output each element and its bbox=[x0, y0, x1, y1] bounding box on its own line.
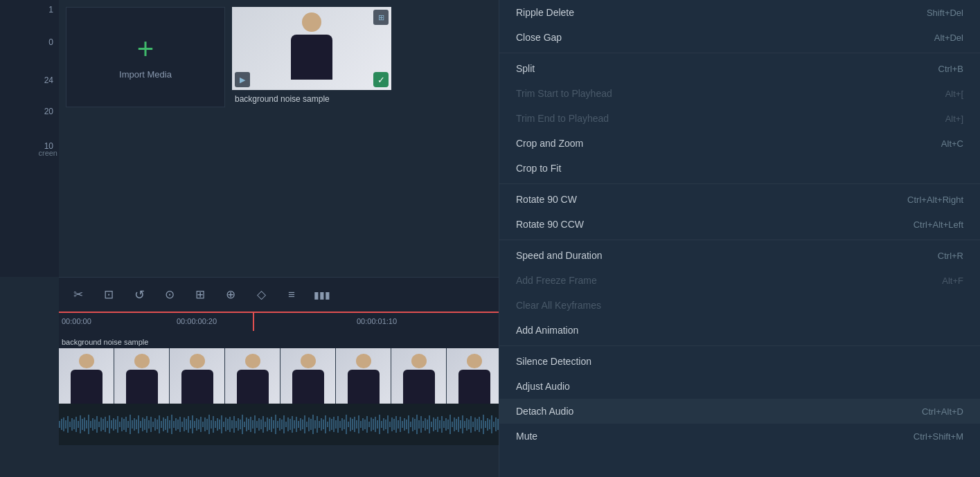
menu-item-trim-start[interactable]: Trim Start to Playhead Alt+[ bbox=[499, 81, 980, 106]
track-thumb-head-1 bbox=[79, 354, 94, 368]
svg-rect-41 bbox=[142, 417, 143, 431]
svg-rect-78 bbox=[219, 420, 220, 429]
menu-item-label: Add Animation bbox=[516, 325, 578, 336]
svg-rect-195 bbox=[462, 415, 463, 433]
svg-rect-4 bbox=[65, 420, 66, 429]
thumb-icons: ⊞ bbox=[373, 10, 389, 25]
svg-rect-58 bbox=[177, 420, 179, 429]
svg-rect-66 bbox=[194, 421, 195, 428]
track-thumb-bg-5 bbox=[280, 348, 336, 404]
screen-label: creen bbox=[38, 149, 57, 157]
crop-tool-icon[interactable]: ⊡ bbox=[99, 285, 118, 305]
svg-rect-172 bbox=[414, 419, 416, 430]
svg-rect-40 bbox=[140, 421, 141, 428]
menu-item-trim-end[interactable]: Trim End to Playhead Alt+] bbox=[499, 106, 980, 131]
menu-item-label: Trim End to Playhead bbox=[516, 113, 609, 124]
waveform-tool-icon[interactable]: ▮▮▮ bbox=[312, 285, 332, 305]
svg-rect-126 bbox=[319, 421, 320, 428]
cut-tool-icon[interactable]: ✂ bbox=[69, 285, 88, 305]
track-thumb-body-2 bbox=[126, 370, 158, 404]
menu-item-rotate-ccw[interactable]: Rotate 90 CCW Ctrl+Alt+Left bbox=[499, 212, 980, 237]
track-thumb-body-1 bbox=[71, 370, 103, 404]
menu-item-close-gap[interactable]: Close Gap Alt+Del bbox=[499, 25, 980, 50]
svg-rect-83 bbox=[229, 417, 231, 432]
svg-rect-34 bbox=[127, 421, 129, 428]
transform-tool-icon[interactable]: ⊞ bbox=[190, 285, 210, 305]
svg-rect-139 bbox=[346, 415, 347, 434]
svg-rect-69 bbox=[200, 417, 202, 432]
target-tool-icon[interactable]: ⊕ bbox=[221, 285, 240, 305]
svg-rect-63 bbox=[188, 416, 189, 433]
svg-rect-111 bbox=[287, 417, 289, 431]
svg-rect-114 bbox=[294, 420, 295, 429]
rotate-tool-icon[interactable]: ↺ bbox=[130, 285, 149, 305]
svg-rect-188 bbox=[447, 420, 449, 429]
media-thumb-inner: ⊞ ▶ ✓ bbox=[232, 7, 391, 90]
time-mark-0: 00:00:00 bbox=[62, 317, 91, 325]
menu-item-crop-fit[interactable]: Crop to Fit bbox=[499, 156, 980, 181]
menu-item-speed-duration[interactable]: Speed and Duration Ctrl+R bbox=[499, 243, 980, 268]
ruler-num-0: 0 bbox=[48, 38, 53, 46]
track-thumb-body-3 bbox=[181, 370, 213, 404]
svg-rect-95 bbox=[254, 415, 256, 433]
menu-item-silence-detection[interactable]: Silence Detection bbox=[499, 349, 980, 374]
svg-rect-3 bbox=[63, 417, 64, 431]
svg-rect-85 bbox=[233, 416, 235, 433]
svg-rect-108 bbox=[281, 420, 283, 429]
track-thumb-head-5 bbox=[301, 354, 316, 368]
svg-rect-26 bbox=[111, 420, 112, 429]
context-menu: Ripple Delete Shift+Del Close Gap Alt+De… bbox=[499, 0, 980, 477]
right-panel: Ripple Delete Shift+Del Close Gap Alt+De… bbox=[499, 0, 980, 477]
menu-item-freeze-frame[interactable]: Add Freeze Frame Alt+F bbox=[499, 268, 980, 293]
media-thumbnail[interactable]: ⊞ ▶ ✓ background noise sample bbox=[232, 7, 391, 107]
track-thumb-body-6 bbox=[348, 370, 380, 404]
menu-item-shortcut: Alt+Del bbox=[934, 33, 963, 43]
keyframe-tool-icon[interactable]: ◇ bbox=[251, 285, 271, 305]
track-thumb-7 bbox=[391, 348, 447, 404]
svg-rect-145 bbox=[358, 415, 359, 433]
svg-rect-15 bbox=[88, 415, 89, 434]
svg-rect-182 bbox=[435, 419, 436, 430]
svg-rect-64 bbox=[190, 420, 191, 429]
menu-item-ripple-delete[interactable]: Ripple Delete Shift+Del bbox=[499, 0, 980, 25]
timeline-track: background noise sample bbox=[59, 331, 499, 404]
menu-item-crop-zoom[interactable]: Crop and Zoom Alt+C bbox=[499, 131, 980, 156]
svg-rect-94 bbox=[252, 420, 253, 429]
svg-rect-52 bbox=[165, 419, 166, 430]
svg-rect-91 bbox=[246, 417, 247, 431]
svg-rect-147 bbox=[362, 418, 364, 431]
svg-rect-30 bbox=[119, 422, 121, 427]
svg-rect-2 bbox=[61, 419, 62, 430]
track-thumb-head-7 bbox=[411, 354, 427, 368]
menu-item-label: Detach Audio bbox=[516, 406, 573, 417]
svg-rect-117 bbox=[300, 418, 301, 431]
person-figure bbox=[284, 12, 339, 85]
media-area: + Import Media ⊞ ▶ ✓ background noise bbox=[59, 0, 499, 270]
svg-rect-68 bbox=[198, 420, 199, 429]
menu-item-split[interactable]: Split Ctrl+B bbox=[499, 56, 980, 81]
menu-item-adjust-audio[interactable]: Adjust Audio bbox=[499, 374, 980, 399]
track-thumb-body-5 bbox=[292, 370, 324, 404]
svg-rect-74 bbox=[211, 420, 212, 429]
menu-item-label: Mute bbox=[516, 431, 537, 442]
import-media-box[interactable]: + Import Media bbox=[66, 7, 225, 107]
menu-item-add-animation[interactable]: Add Animation bbox=[499, 318, 980, 343]
svg-rect-48 bbox=[157, 420, 158, 429]
color-tool-icon[interactable]: ⊙ bbox=[160, 285, 179, 305]
menu-item-rotate-cw[interactable]: Rotate 90 CW Ctrl+Alt+Right bbox=[499, 187, 980, 212]
svg-rect-187 bbox=[445, 418, 447, 431]
svg-rect-25 bbox=[109, 415, 110, 433]
menu-item-mute[interactable]: Mute Ctrl+Shift+M bbox=[499, 424, 980, 449]
svg-rect-9 bbox=[75, 417, 77, 432]
svg-rect-179 bbox=[429, 415, 430, 433]
svg-rect-54 bbox=[169, 420, 170, 429]
menu-item-shortcut: Alt+C bbox=[941, 138, 963, 149]
svg-rect-20 bbox=[98, 422, 100, 427]
svg-rect-134 bbox=[335, 420, 337, 429]
menu-item-detach-audio[interactable]: Detach Audio Ctrl+Alt+D bbox=[499, 399, 980, 424]
menu-separator-1 bbox=[499, 53, 980, 53]
menu-item-clear-keyframes[interactable]: Clear All Keyframes bbox=[499, 293, 980, 318]
track-thumb-2 bbox=[114, 348, 170, 404]
track-thumb-head-3 bbox=[190, 354, 205, 368]
audio-tool-icon[interactable]: ≡ bbox=[282, 285, 301, 305]
